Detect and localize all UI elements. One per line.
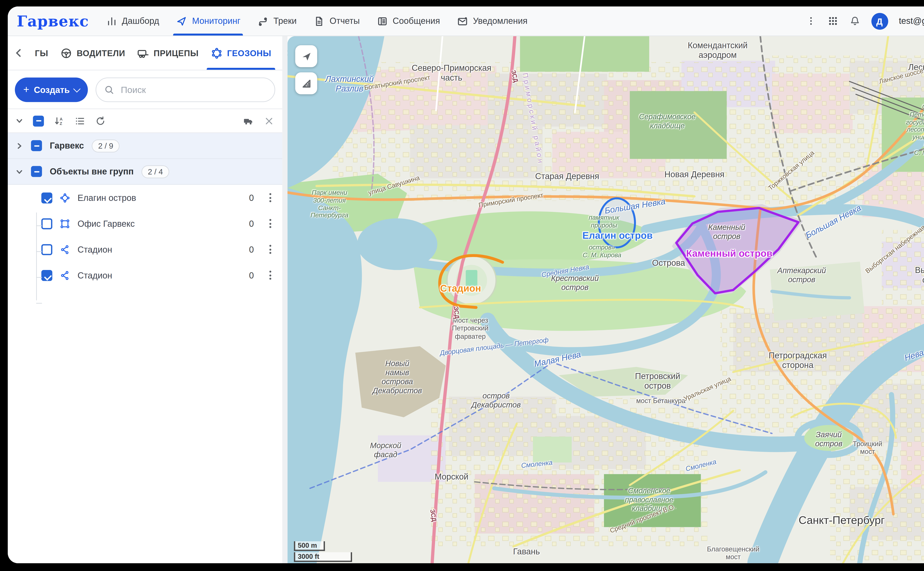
group-badge: 2 / 9: [92, 139, 120, 152]
nav-label: Отчеты: [330, 16, 359, 26]
row-kebab-icon[interactable]: [265, 271, 275, 280]
nav-item-monitoring[interactable]: Мониторинг: [176, 6, 241, 35]
geozone-row[interactable]: Елагин остров0: [8, 185, 282, 211]
clear-selection-icon[interactable]: [264, 115, 275, 126]
screenshot-stage: Гарвекс Дашборд Мониторинг Треки Отчеты …: [0, 0, 924, 571]
geozone-label: Стадион: [77, 270, 112, 280]
user-email: test@garveks.ru: [899, 16, 924, 26]
group-checkbox[interactable]: [31, 166, 42, 177]
search-input[interactable]: [120, 84, 267, 96]
tree-connector: [36, 303, 42, 303]
select-all-checkbox[interactable]: [33, 115, 44, 126]
geozone-elagin-circle: [599, 198, 635, 247]
create-label: Создать: [34, 85, 70, 95]
group-row[interactable]: Гарвекс2 / 9: [8, 133, 282, 159]
geozone-checkbox[interactable]: [42, 192, 52, 203]
geozone-label: Офис Гарвекс: [77, 219, 135, 228]
user-avatar[interactable]: Д: [871, 12, 888, 29]
tab-label: ГЕОЗОНЫ: [227, 48, 271, 58]
mail-notification-icon: [457, 15, 469, 27]
nav-item-dashboard[interactable]: Дашборд: [106, 6, 159, 35]
geozone-type-polygon-icon: [60, 219, 70, 228]
nav-label: Треки: [273, 16, 297, 26]
trailer-icon: [137, 47, 149, 59]
panel-gutter: [282, 36, 288, 563]
sort-az-icon[interactable]: AZ: [54, 115, 65, 126]
app-window: Гарвекс Дашборд Мониторинг Треки Отчеты …: [8, 6, 924, 563]
geozone-label: Елагин остров: [77, 193, 136, 202]
route-icon: [257, 15, 269, 27]
chevron-down-icon: [73, 85, 80, 93]
geozone-icon: [210, 47, 222, 59]
nav-item-messages[interactable]: Сообщения: [376, 6, 440, 35]
collapse-all-icon[interactable]: [15, 117, 23, 125]
messages-panel-icon: [376, 15, 388, 27]
svg-text:A: A: [60, 117, 63, 121]
tab-drivers[interactable]: ВОДИТЕЛИ: [60, 36, 125, 70]
nav-item-reports[interactable]: Отчеты: [313, 6, 360, 35]
document-icon: [313, 15, 325, 27]
create-button[interactable]: + Создать: [15, 77, 88, 102]
bell-icon[interactable]: [849, 15, 860, 26]
nav-item-notifications[interactable]: Уведомления: [457, 6, 528, 35]
tab-truncated[interactable]: ГЫ: [35, 36, 48, 70]
geozone-type-line-icon: [60, 244, 70, 254]
geozone-row[interactable]: Стадион0: [8, 236, 282, 262]
tree-toolbar: AZ: [8, 108, 282, 133]
geozone-count: 0: [249, 270, 258, 280]
nav-item-tracks[interactable]: Треки: [257, 6, 296, 35]
geozone-count: 0: [249, 244, 258, 254]
sidebar-panel: ГЫ ВОДИТЕЛИ ПРИЦЕПЫ ГЕОЗОНЫ + Создать: [8, 36, 282, 563]
group-label: Гарвекс: [50, 141, 84, 150]
search-box: [96, 77, 275, 102]
geozone-row[interactable]: Стадион0: [8, 262, 282, 288]
tree-connector: [36, 225, 42, 226]
tab-label: ВОДИТЕЛИ: [77, 48, 125, 58]
tab-trailers[interactable]: ПРИЦЕПЫ: [137, 36, 199, 70]
map-tiles: [287, 36, 924, 563]
truck-filter-icon[interactable]: [243, 115, 254, 126]
search-icon: [104, 85, 114, 95]
geozone-count: 0: [249, 219, 258, 228]
steering-wheel-icon: [60, 47, 72, 59]
top-navbar: Гарвекс Дашборд Мониторинг Треки Отчеты …: [8, 6, 924, 36]
group-label: Объекты вне групп: [50, 167, 134, 176]
group-chevron-icon[interactable]: [15, 168, 23, 175]
geozone-label: Стадион: [77, 244, 112, 254]
locate-button[interactable]: [295, 45, 317, 67]
tab-label: ГЫ: [35, 48, 48, 58]
svg-text:Z: Z: [60, 121, 62, 125]
tabs-scroll-left-icon[interactable]: [14, 48, 23, 57]
group-row[interactable]: Объекты вне групп2 / 4: [8, 159, 282, 185]
plus-icon: +: [23, 84, 29, 95]
geozone-checkbox[interactable]: [42, 218, 52, 229]
tree-connector: [36, 251, 42, 252]
navigation-arrow-icon: [176, 15, 188, 27]
location-arrow-icon: [300, 50, 312, 62]
list-view-icon[interactable]: [74, 115, 85, 126]
map-canvas[interactable]: Комендантский аэродромЛеснойСеверо-Примо…: [287, 36, 924, 563]
tab-label: ПРИЦЕПЫ: [154, 48, 199, 58]
navbar-right-cluster: Д test@garveks.ru: [805, 12, 924, 29]
nav-label: Мониторинг: [192, 16, 241, 26]
tab-geozones[interactable]: ГЕОЗОНЫ: [210, 36, 271, 70]
geozone-type-circle-icon: [60, 193, 70, 202]
kebab-menu-icon[interactable]: [805, 15, 816, 26]
group-checkbox[interactable]: [31, 140, 42, 151]
sidebar-actions: + Создать: [8, 70, 282, 108]
geozone-tree: Гарвекс2 / 9Объекты вне групп2 / 4Елагин…: [8, 133, 282, 288]
group-chevron-icon[interactable]: [15, 142, 23, 150]
row-kebab-icon[interactable]: [265, 245, 275, 254]
row-kebab-icon[interactable]: [265, 219, 275, 228]
geozone-checkbox[interactable]: [42, 270, 52, 281]
brand-logo: Гарвекс: [17, 12, 89, 29]
geozone-count: 0: [249, 193, 258, 202]
geozone-type-line-icon: [60, 270, 70, 280]
apps-grid-icon[interactable]: [827, 15, 838, 26]
geozone-checkbox[interactable]: [42, 244, 52, 255]
row-kebab-icon[interactable]: [265, 193, 275, 202]
geozone-row[interactable]: Офис Гарвекс0: [8, 211, 282, 236]
refresh-icon[interactable]: [95, 115, 106, 126]
tree-connector: [36, 277, 42, 278]
measure-button[interactable]: [295, 72, 317, 94]
